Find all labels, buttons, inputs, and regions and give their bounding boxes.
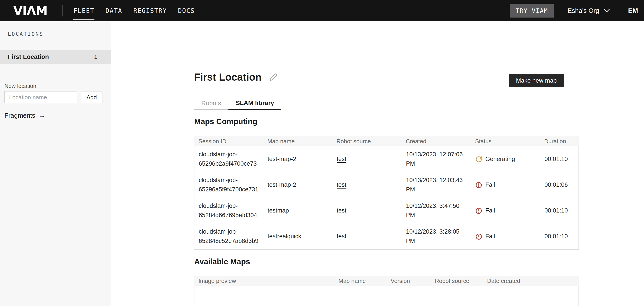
status-cell: Fail bbox=[471, 180, 540, 190]
created-cell: 10/13/2023, 12:03:43 PM bbox=[402, 176, 471, 194]
body-row: LOCATIONS First Location 1 New location … bbox=[0, 21, 644, 306]
available-maps-table: Image previewMap nameVersionRobot source… bbox=[194, 276, 579, 306]
org-name: Esha's Org bbox=[568, 7, 599, 14]
robot-source-link[interactable]: test bbox=[337, 156, 346, 162]
status-label: Fail bbox=[485, 180, 495, 190]
make-new-map-button[interactable]: Make new map bbox=[509, 74, 564, 87]
location-robot-count: 1 bbox=[94, 53, 97, 60]
alert-circle-icon bbox=[475, 233, 482, 240]
duration-cell: 00:01:10 bbox=[540, 206, 579, 215]
nav-item-fleet[interactable]: FLEET bbox=[73, 7, 94, 14]
robot-source-link[interactable]: test bbox=[337, 207, 346, 214]
session-id-cell: cloudslam-job-652848c52e7ab8d3b9 bbox=[194, 227, 263, 246]
new-location-controls: Add bbox=[4, 91, 102, 103]
maps-computing-heading: Maps Computing bbox=[194, 117, 257, 126]
location-name-input[interactable] bbox=[4, 91, 77, 103]
viam-app: VIΛM FLEET DATA REGISTRY DOCS TRY VIAM E… bbox=[0, 0, 644, 306]
tab-robots[interactable]: Robots bbox=[194, 97, 228, 110]
top-nav: VIΛM FLEET DATA REGISTRY DOCS TRY VIAM E… bbox=[0, 0, 644, 21]
status-cell: Fail bbox=[471, 232, 540, 241]
locations-section-label: LOCATIONS bbox=[8, 31, 44, 37]
created-cell: 10/12/2023, 3:47:50 PM bbox=[402, 201, 471, 220]
locations-sidebar: LOCATIONS First Location 1 New location … bbox=[0, 21, 111, 306]
alert-circle-icon bbox=[475, 207, 482, 214]
table-row: cloudslam-job-652848c52e7ab8d3b9 testrea… bbox=[194, 224, 578, 249]
column-header: Robot source bbox=[431, 278, 483, 285]
column-header: Map name bbox=[334, 278, 386, 285]
table-row: cloudslam-job-65284d667695afd304 testmap… bbox=[194, 198, 578, 224]
location-tabs: Robots SLAM library bbox=[194, 97, 281, 110]
status-label: Fail bbox=[485, 232, 495, 241]
table-row: cloudslam-job-65296a5f9f4700ce731 test-m… bbox=[194, 172, 578, 198]
duration-cell: 00:01:06 bbox=[540, 180, 579, 190]
try-viam-button[interactable]: TRY VIAM bbox=[510, 4, 554, 17]
status-cell: Fail bbox=[471, 206, 540, 215]
page-title: First Location bbox=[194, 71, 262, 83]
robot-source-link[interactable]: test bbox=[337, 181, 346, 188]
pencil-icon bbox=[269, 73, 278, 81]
location-name: First Location bbox=[8, 53, 49, 60]
nav-item-docs[interactable]: DOCS bbox=[178, 7, 195, 14]
table-row: cloudslam-job-65296b2a9f4700ce73 test-ma… bbox=[194, 146, 578, 172]
robot-source-link[interactable]: test bbox=[337, 233, 346, 240]
column-header: Map name bbox=[263, 138, 332, 145]
column-header: Duration bbox=[540, 138, 579, 145]
column-header: Date created bbox=[483, 278, 579, 285]
add-location-button[interactable]: Add bbox=[81, 91, 102, 103]
viam-logo[interactable]: VIΛM bbox=[13, 4, 47, 18]
column-header: Status bbox=[471, 138, 540, 145]
status-label: Generating bbox=[485, 155, 515, 164]
session-id-cell: cloudslam-job-65296a5f9f4700ce731 bbox=[194, 176, 263, 194]
created-cell: 10/13/2023, 12:07:06 PM bbox=[402, 150, 471, 169]
status-label: Fail bbox=[485, 206, 495, 215]
maps-computing-header: Session IDMap nameRobot sourceCreatedSta… bbox=[194, 136, 579, 146]
title-row: First Location bbox=[194, 71, 278, 83]
available-maps-heading: Available Maps bbox=[194, 257, 250, 266]
tab-slam-library[interactable]: SLAM library bbox=[228, 97, 282, 110]
column-header: Version bbox=[386, 278, 431, 285]
available-maps-body bbox=[194, 286, 579, 306]
fragments-label: Fragments bbox=[4, 112, 35, 119]
session-id-cell: cloudslam-job-65296b2a9f4700ce73 bbox=[194, 150, 263, 169]
nav-menu: FLEET DATA REGISTRY DOCS bbox=[73, 7, 195, 14]
session-id-cell: cloudslam-job-65284d667695afd304 bbox=[194, 201, 263, 220]
main-content: First Location Make new map Robots SLAM … bbox=[111, 21, 644, 306]
map-name-cell: testrealquick bbox=[263, 232, 332, 241]
nav-item-registry[interactable]: REGISTRY bbox=[133, 7, 167, 14]
column-header: Created bbox=[402, 138, 471, 145]
org-selector[interactable]: Esha's Org bbox=[568, 7, 610, 14]
duration-cell: 00:01:10 bbox=[540, 232, 579, 241]
column-header: Session ID bbox=[194, 138, 263, 145]
new-location-label: New location bbox=[4, 83, 36, 89]
alert-circle-icon bbox=[475, 182, 482, 189]
nav-divider bbox=[62, 5, 63, 16]
user-avatar-initials[interactable]: EM bbox=[628, 7, 638, 14]
column-header: Robot source bbox=[332, 138, 402, 145]
map-name-cell: testmap bbox=[263, 206, 332, 215]
column-header: Image preview bbox=[194, 278, 334, 285]
maps-computing-body: cloudslam-job-65296b2a9f4700ce73 test-ma… bbox=[194, 146, 579, 250]
chevron-down-icon bbox=[603, 9, 610, 13]
refresh-cw-icon bbox=[475, 156, 482, 163]
duration-cell: 00:01:10 bbox=[540, 155, 579, 164]
sidebar-item-first-location[interactable]: First Location 1 bbox=[0, 50, 111, 64]
created-cell: 10/12/2023, 3:28:05 PM bbox=[402, 227, 471, 246]
available-maps-header: Image previewMap nameVersionRobot source… bbox=[194, 276, 579, 286]
maps-computing-table: Session IDMap nameRobot sourceCreatedSta… bbox=[194, 136, 579, 250]
edit-location-name-button[interactable] bbox=[269, 73, 278, 81]
status-cell: Generating bbox=[471, 155, 540, 164]
map-name-cell: test-map-2 bbox=[263, 155, 332, 164]
arrow-right-icon: → bbox=[39, 112, 46, 119]
nav-right: TRY VIAM Esha's Org EM bbox=[510, 4, 638, 17]
nav-item-data[interactable]: DATA bbox=[106, 7, 122, 14]
map-name-cell: test-map-2 bbox=[263, 180, 332, 190]
fragments-link[interactable]: Fragments → bbox=[4, 112, 46, 119]
